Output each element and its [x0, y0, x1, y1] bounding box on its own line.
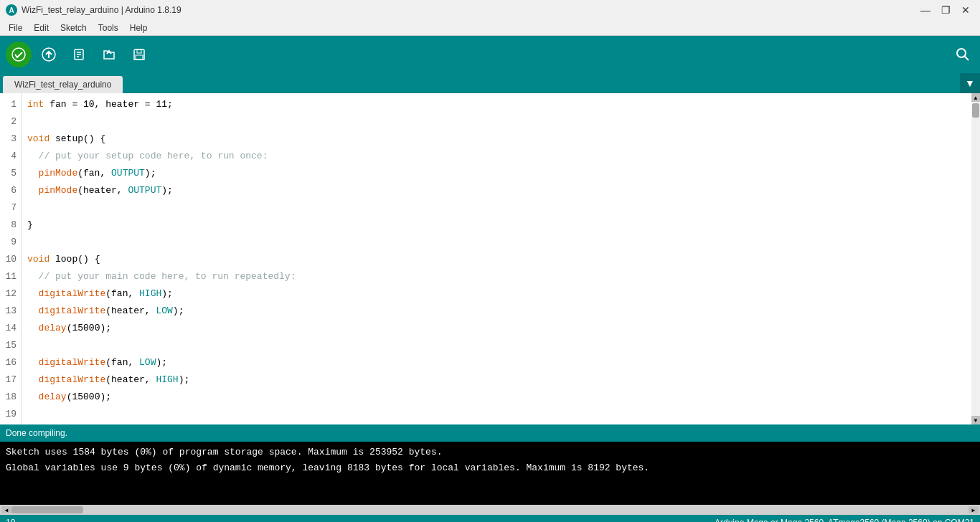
toolbar	[0, 36, 980, 73]
line-number-9: 9	[0, 234, 17, 251]
code-line-7	[27, 199, 966, 217]
new-button[interactable]	[66, 42, 92, 67]
code-line-14: delay(15000);	[27, 320, 966, 337]
code-line-15	[27, 337, 966, 354]
statusbar: 19 Arduino Mega or Mega 2560, ATmega2560…	[0, 515, 980, 522]
code-line-1: int fan = 10, heater = 11;	[27, 96, 966, 113]
verify-button[interactable]	[6, 42, 32, 67]
svg-point-9	[957, 49, 966, 57]
code-line-10: void loop() {	[27, 251, 966, 268]
line-number-2: 2	[0, 113, 17, 130]
line-numbers: 12345678910111213141516171819	[0, 93, 22, 424]
line-number-15: 15	[0, 337, 17, 354]
status-line-number: 19	[6, 518, 15, 522]
hscroll-right-arrow[interactable]: ▶	[969, 506, 979, 513]
code-line-11: // put your main code here, to run repea…	[27, 268, 966, 285]
console-line-1: Sketch uses 1584 bytes (0%) of program s…	[6, 445, 974, 460]
line-number-12: 12	[0, 285, 17, 303]
console-header: Done compiling.	[0, 424, 980, 442]
titlebar-left: A WizFi_test_relay_arduino | Arduino 1.8…	[6, 4, 182, 16]
close-button[interactable]: ✕	[957, 3, 974, 17]
upload-button[interactable]	[36, 42, 62, 67]
code-line-17: digitalWrite(heater, HIGH);	[27, 371, 966, 389]
maximize-button[interactable]: ❐	[937, 3, 954, 17]
svg-point-0	[12, 48, 25, 61]
window-controls: — ❐ ✕	[917, 3, 974, 17]
line-number-13: 13	[0, 303, 17, 320]
menu-edit[interactable]: Edit	[28, 22, 55, 34]
tabbar: WizFi_test_relay_arduino ▼	[0, 73, 980, 93]
scroll-thumb[interactable]	[972, 103, 979, 118]
horizontal-scrollbar[interactable]: ◀ ▶	[0, 505, 980, 515]
menu-file[interactable]: File	[3, 22, 28, 34]
vertical-scrollbar[interactable]: ▲ ▼	[971, 93, 980, 424]
menubar: File Edit Sketch Tools Help	[0, 20, 980, 36]
menu-help[interactable]: Help	[124, 22, 154, 34]
code-line-12: digitalWrite(fan, HIGH);	[27, 285, 966, 303]
status-board: Arduino Mega or Mega 2560, ATmega2560 (M…	[715, 518, 974, 522]
console-status: Done compiling.	[6, 428, 67, 438]
code-line-6: pinMode(heater, OUTPUT);	[27, 182, 966, 199]
titlebar: A WizFi_test_relay_arduino | Arduino 1.8…	[0, 0, 980, 20]
line-number-8: 8	[0, 217, 17, 234]
scroll-down-arrow[interactable]: ▼	[971, 416, 980, 424]
svg-line-10	[965, 57, 969, 61]
active-tab[interactable]: WizFi_test_relay_arduino	[3, 76, 123, 93]
line-number-3: 3	[0, 130, 17, 148]
code-editor[interactable]: int fan = 10, heater = 11; void setup() …	[22, 93, 971, 424]
tab-dropdown-button[interactable]: ▼	[960, 73, 980, 93]
line-number-7: 7	[0, 199, 17, 217]
line-number-5: 5	[0, 165, 17, 182]
svg-rect-8	[136, 55, 143, 60]
line-number-16: 16	[0, 354, 17, 371]
code-line-4: // put your setup code here, to run once…	[27, 148, 966, 165]
editor: 12345678910111213141516171819 int fan = …	[0, 93, 980, 424]
line-number-14: 14	[0, 320, 17, 337]
line-number-18: 18	[0, 389, 17, 406]
hscroll-left-arrow[interactable]: ◀	[1, 506, 11, 513]
line-number-6: 6	[0, 182, 17, 199]
line-number-17: 17	[0, 371, 17, 389]
code-line-9	[27, 234, 966, 251]
menu-tools[interactable]: Tools	[93, 22, 124, 34]
code-line-5: pinMode(fan, OUTPUT);	[27, 165, 966, 182]
line-number-1: 1	[0, 96, 17, 113]
code-line-8: }	[27, 217, 966, 234]
arduino-logo: A	[6, 4, 17, 16]
line-number-10: 10	[0, 251, 17, 268]
console-line-2: Global variables use 9 bytes (0%) of dyn…	[6, 460, 974, 476]
hscroll-thumb[interactable]	[11, 506, 83, 513]
open-button[interactable]	[96, 42, 122, 67]
code-line-13: digitalWrite(heater, LOW);	[27, 303, 966, 320]
code-line-2	[27, 113, 966, 130]
line-number-11: 11	[0, 268, 17, 285]
minimize-button[interactable]: —	[917, 3, 934, 17]
search-button[interactable]	[951, 43, 974, 66]
save-button[interactable]	[126, 42, 152, 67]
line-number-19: 19	[0, 406, 17, 423]
console-output: Sketch uses 1584 bytes (0%) of program s…	[0, 442, 980, 505]
menu-sketch[interactable]: Sketch	[55, 22, 93, 34]
code-line-16: digitalWrite(fan, LOW);	[27, 354, 966, 371]
line-number-4: 4	[0, 148, 17, 165]
code-line-19	[27, 406, 966, 423]
scroll-up-arrow[interactable]: ▲	[971, 93, 980, 102]
window-title: WizFi_test_relay_arduino | Arduino 1.8.1…	[22, 5, 182, 15]
code-line-3: void setup() {	[27, 130, 966, 148]
code-line-18: delay(15000);	[27, 389, 966, 406]
